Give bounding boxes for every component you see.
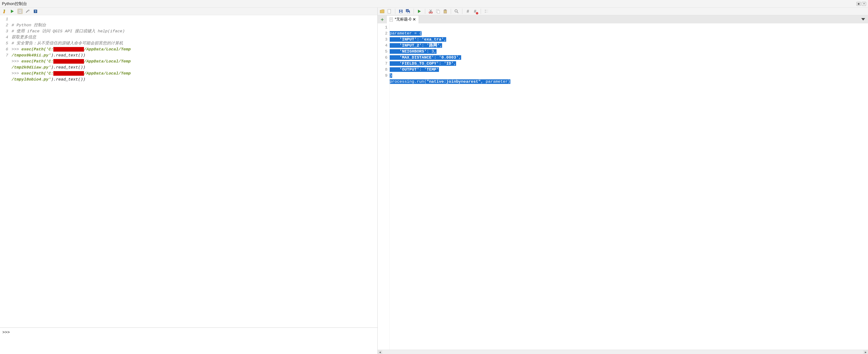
open-file-icon[interactable] (380, 9, 385, 14)
uncomment-icon[interactable]: # (472, 9, 478, 14)
copy-icon[interactable] (435, 9, 441, 14)
file-icon (390, 18, 393, 22)
svg-rect-0 (4, 10, 5, 10)
help-icon[interactable]: ? (33, 9, 38, 14)
svg-text:?: ? (34, 10, 36, 13)
tab-label: *无标题-0 (395, 17, 411, 22)
redacted-text: ██████/█████ (53, 59, 84, 64)
svg-rect-25 (485, 10, 486, 11)
tab-menu-icon[interactable] (861, 17, 866, 22)
redacted-text: ██████/█████ (53, 47, 84, 52)
scroll-right-icon[interactable]: ▸ (863, 350, 868, 354)
save-as-icon[interactable] (405, 9, 411, 14)
svg-rect-29 (390, 18, 393, 22)
new-file-icon[interactable] (387, 9, 392, 14)
undock-button[interactable]: ▣ (857, 2, 861, 6)
svg-rect-20 (437, 10, 440, 13)
console-pane: ? 1 2 3 4 5 6 7 # Python 控制台 # 使用 i (0, 8, 378, 354)
code-editor[interactable]: 1 2 3 4 5 6 7 8 9 parameter = { 'INPUT':… (378, 23, 868, 350)
svg-rect-11 (400, 10, 402, 11)
svg-rect-10 (400, 11, 402, 13)
close-tab-icon[interactable]: ✕ (413, 17, 416, 22)
editor-tab[interactable]: *无标题-0 ✕ (386, 15, 419, 23)
svg-line-24 (457, 12, 458, 13)
cut-icon[interactable] (428, 9, 433, 14)
run-script-icon[interactable] (417, 9, 422, 14)
horizontal-scrollbar[interactable]: ◂ ▸ (378, 350, 868, 354)
console-input[interactable]: >>> (0, 327, 377, 354)
find-icon[interactable] (454, 9, 459, 14)
paste-icon[interactable] (442, 9, 448, 14)
editor-gutter: 1 2 3 4 5 6 7 8 9 (378, 23, 390, 350)
close-panel-button[interactable]: ✕ (862, 2, 866, 6)
show-editor-icon[interactable] (18, 9, 23, 14)
console-output[interactable]: 1 2 3 4 5 6 7 # Python 控制台 # 使用 iface 访问… (0, 15, 377, 327)
run-icon[interactable] (10, 9, 15, 14)
svg-rect-26 (485, 11, 486, 13)
editor-toolbar: # # (378, 8, 868, 15)
save-icon[interactable] (398, 9, 403, 14)
editor-code-body: parameter = { 'INPUT': 'exa_tra', 'INPUT… (390, 23, 868, 350)
editor-pane: # # ＋ *无标题-0 ✕ 1 2 3 4 (378, 8, 868, 354)
console-toolbar: ? (0, 8, 377, 15)
svg-point-23 (455, 10, 457, 12)
panel-title: Python控制台 (2, 1, 27, 6)
comment-icon[interactable]: # (465, 9, 470, 14)
editor-tab-bar: ＋ *无标题-0 ✕ (378, 15, 868, 23)
input-prompt: >>> (2, 330, 10, 334)
svg-rect-14 (408, 12, 409, 13)
svg-rect-21 (444, 10, 447, 13)
object-inspector-icon[interactable] (484, 9, 489, 14)
console-code: # Python 控制台 # 使用 iface 访问 QGIS API 接口或键… (10, 15, 377, 327)
console-gutter: 1 2 3 4 5 6 7 (0, 15, 10, 327)
settings-icon[interactable] (25, 9, 30, 14)
clear-console-icon[interactable] (2, 9, 7, 14)
scroll-left-icon[interactable]: ◂ (378, 350, 382, 354)
svg-rect-22 (444, 9, 446, 10)
title-bar: Python控制台 ▣ ✕ (0, 0, 868, 8)
add-tab-button[interactable]: ＋ (380, 17, 385, 22)
redacted-text: ██████/█████ (53, 71, 84, 76)
